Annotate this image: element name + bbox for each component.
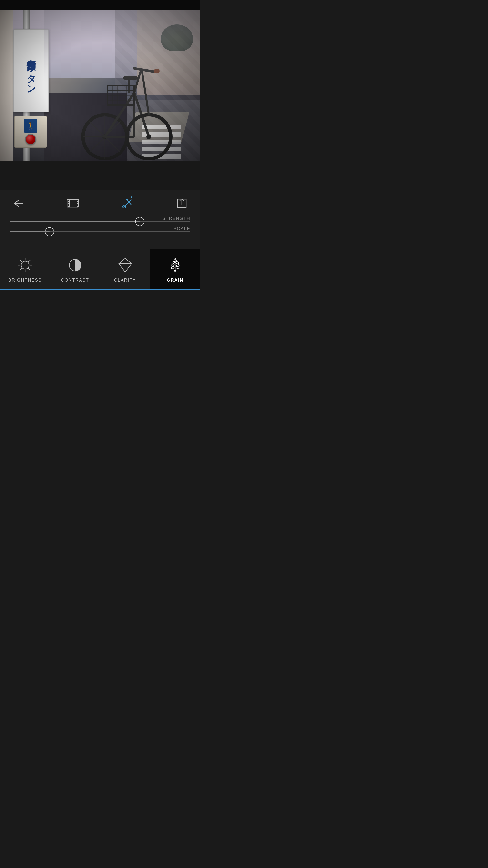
scale-fill xyxy=(10,231,50,232)
brightness-label: BRIGHTNESS xyxy=(8,278,42,283)
controls-area: STRENGTH SCALE xyxy=(0,190,200,290)
svg-rect-34 xyxy=(76,203,77,205)
svg-marker-52 xyxy=(119,258,132,272)
svg-point-16 xyxy=(147,134,151,139)
share-button[interactable] xyxy=(176,197,188,210)
brightness-icon xyxy=(17,257,34,274)
strength-thumb[interactable] xyxy=(135,217,144,226)
bottom-accent-bar xyxy=(0,289,200,290)
svg-rect-35 xyxy=(76,206,77,207)
clarity-tool[interactable]: CLARITY xyxy=(100,249,150,289)
scale-label: SCALE xyxy=(173,226,190,231)
sign-text: 音響用押ボタン xyxy=(26,52,36,90)
pedestrian-button xyxy=(25,134,36,145)
wall-left xyxy=(0,10,13,161)
svg-point-60 xyxy=(170,264,174,267)
svg-line-55 xyxy=(125,258,132,264)
sliders-container: STRENGTH SCALE xyxy=(0,216,200,249)
tools-bar: BRIGHTNESS CONTRAST xyxy=(0,249,200,289)
scene-background: 音響用押ボタン 🚶 xyxy=(0,10,200,161)
svg-line-49 xyxy=(29,260,30,262)
grain-icon xyxy=(167,257,184,274)
brightness-tool[interactable]: BRIGHTNESS xyxy=(0,249,50,289)
svg-line-47 xyxy=(20,260,22,262)
contrast-label: CONTRAST xyxy=(61,278,89,283)
pedestrian-walk-icon: 🚶 xyxy=(26,122,35,130)
scale-slider-row: SCALE xyxy=(10,231,190,232)
strength-slider-row: STRENGTH xyxy=(10,221,190,222)
svg-point-42 xyxy=(21,261,29,269)
grain-tool[interactable]: GRAIN xyxy=(150,249,200,289)
svg-point-66 xyxy=(174,258,176,259)
svg-point-64 xyxy=(176,266,180,269)
grain-label: GRAIN xyxy=(167,278,184,283)
clarity-label: CLARITY xyxy=(114,278,136,283)
strength-fill xyxy=(10,221,140,222)
strength-track[interactable] xyxy=(10,221,190,222)
scale-thumb[interactable] xyxy=(45,227,54,236)
strength-label: STRENGTH xyxy=(162,216,190,221)
scale-track[interactable] xyxy=(10,231,190,232)
svg-line-48 xyxy=(29,269,30,270)
dark-separator xyxy=(0,161,200,190)
clarity-icon xyxy=(117,257,134,274)
status-bar xyxy=(0,0,200,10)
tools-button[interactable] xyxy=(121,197,133,210)
svg-point-63 xyxy=(175,264,180,267)
svg-line-54 xyxy=(119,258,125,264)
svg-rect-32 xyxy=(68,206,69,207)
svg-line-50 xyxy=(20,269,22,270)
haze-overlay xyxy=(44,10,200,83)
toolbar xyxy=(0,190,200,216)
contrast-tool[interactable]: CONTRAST xyxy=(50,249,100,289)
film-button[interactable] xyxy=(67,197,79,210)
photo-scene: 音響用押ボタン 🚶 xyxy=(0,10,200,161)
sign-board: 音響用押ボタン xyxy=(13,29,49,112)
pedestrian-signal-box: 🚶 xyxy=(14,116,47,148)
svg-rect-31 xyxy=(68,203,69,205)
back-button[interactable] xyxy=(12,197,24,210)
pedestrian-icon-box: 🚶 xyxy=(24,119,37,132)
svg-point-61 xyxy=(171,266,175,269)
photo-view: 音響用押ボタン 🚶 xyxy=(0,10,200,161)
svg-point-40 xyxy=(127,198,128,200)
contrast-icon xyxy=(67,257,84,274)
svg-rect-30 xyxy=(68,201,69,202)
svg-rect-33 xyxy=(76,201,77,202)
